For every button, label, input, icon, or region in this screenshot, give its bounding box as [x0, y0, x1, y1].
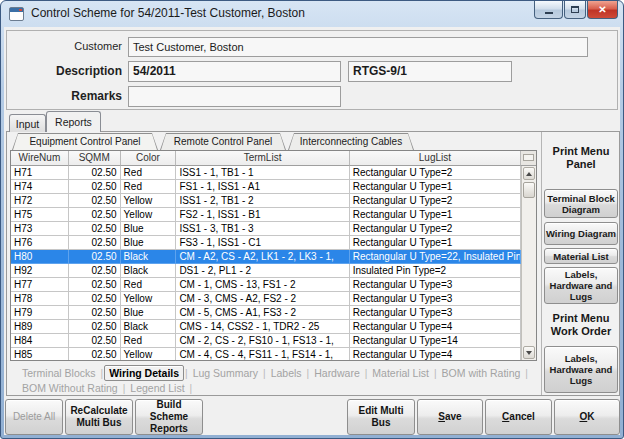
table-row[interactable]: H7702.50RedCM - 1, CMS - 13, FS1 - 2Rect…: [11, 278, 521, 292]
cell-sqmm: 02.50: [69, 194, 121, 208]
title-bar[interactable]: Control Scheme for 54/2011-Test Customer…: [1, 1, 623, 27]
remarks-field[interactable]: [128, 86, 341, 107]
cell-luglist: Rectangular U Type=22, Insulated Pin: [350, 250, 521, 264]
wire-grid-header: WireNum SQMM Color TermList LugList: [11, 151, 536, 166]
tab-divider: |: [433, 368, 438, 379]
cell-termlist: CM - 2, CS - 2, FS10 - 1, FS13 - 1,: [176, 334, 349, 348]
tab-divider: |: [262, 368, 267, 379]
scroll-down-button[interactable]: [523, 346, 535, 359]
section-tab-hardware[interactable]: Hardware: [310, 366, 364, 380]
description-label: Description: [17, 64, 122, 78]
table-row[interactable]: H7302.50BlueISS1 - 3, TB1 - 3Rectangular…: [11, 222, 521, 236]
table-row[interactable]: H8902.50BlackCMS - 14, CSS2 - 1, TDR2 - …: [11, 320, 521, 334]
cell-luglist: Rectangular U Type=3: [350, 306, 521, 320]
column-header-termlist[interactable]: TermList: [176, 151, 349, 166]
close-icon: ✕: [598, 5, 606, 15]
table-row[interactable]: H7102.50RedISS1 - 1, TB1 - 1Rectangular …: [11, 166, 521, 180]
cell-wirenum: H76: [11, 236, 69, 250]
table-row[interactable]: H7202.50YellowISS1 - 2, TB1 - 2Rectangul…: [11, 194, 521, 208]
cell-wirenum: H77: [11, 278, 69, 292]
work-order-labels-hardware-lugs-button[interactable]: Labels, Hardware and Lugs: [544, 346, 618, 393]
cell-color: Blue: [121, 236, 177, 250]
section-tab-material-list[interactable]: Material List: [368, 366, 433, 380]
grid-corner: [521, 151, 536, 166]
build-scheme-reports-button[interactable]: Build Scheme Reports: [135, 399, 203, 435]
cell-luglist: Rectangular U Type=1: [350, 236, 521, 250]
app-form-icon: [9, 7, 24, 21]
column-header-color[interactable]: Color: [121, 151, 177, 166]
section-tab-labels[interactable]: Labels: [267, 366, 306, 380]
scroll-up-button[interactable]: [523, 167, 535, 180]
column-header-sqmm[interactable]: SQMM: [69, 151, 121, 166]
vertical-scrollbar[interactable]: [521, 166, 536, 360]
section-tab-terminal-blocks[interactable]: Terminal Blocks: [18, 366, 100, 380]
material-list-button[interactable]: Material List: [544, 248, 618, 264]
cell-sqmm: 02.50: [69, 236, 121, 250]
cell-color: Red: [121, 278, 177, 292]
cell-termlist: CM - 5, CMS - A1, FS3 - 2: [176, 306, 349, 320]
cell-color: Blue: [121, 306, 177, 320]
table-row[interactable]: H7802.50YellowCM - 3, CMS - A2, FS2 - 2R…: [11, 292, 521, 306]
description-field-2[interactable]: RTGS-9/1: [348, 61, 512, 82]
tab-equipment-control-panel[interactable]: Equipment Control Panel: [12, 133, 158, 150]
column-header-wirenum[interactable]: WireNum: [11, 151, 69, 166]
cell-termlist: CMS - 14, CSS2 - 1, TDR2 - 25: [176, 320, 349, 334]
cell-color: Yellow: [121, 194, 177, 208]
cell-color: Blue: [121, 222, 177, 236]
tab-reports[interactable]: Reports: [46, 111, 101, 132]
cell-sqmm: 02.50: [69, 292, 121, 306]
description-field-1[interactable]: 54/2011: [128, 61, 341, 82]
tab-input[interactable]: Input: [9, 114, 46, 132]
cell-sqmm: 02.50: [69, 208, 121, 222]
cell-color: Yellow: [121, 348, 177, 361]
labels-hardware-lugs-button[interactable]: Labels, Hardware and Lugs: [544, 267, 618, 304]
section-tab-legend-list[interactable]: Legend List: [126, 381, 188, 395]
table-row[interactable]: H7602.50BlueFS3 - 1, ISS1 - C1Rectangula…: [11, 236, 521, 250]
cell-wirenum: H89: [11, 320, 69, 334]
save-button[interactable]: Save: [417, 399, 483, 435]
table-row[interactable]: H8002.50BlackCM - A2, CS - A2, LK1 - 2, …: [11, 250, 521, 264]
terminal-block-diagram-button[interactable]: Terminal Block Diagram: [544, 189, 618, 218]
customer-field[interactable]: Test Customer, Boston: [128, 37, 588, 57]
table-row[interactable]: H7502.50YellowFS2 - 1, ISS1 - B1Rectangu…: [11, 208, 521, 222]
header-fields-panel: Customer Test Customer, Boston Descripti…: [6, 30, 618, 110]
cell-luglist: Rectangular U Type=3: [350, 292, 521, 306]
recalculate-multi-bus-button[interactable]: ReCalculate Multi Bus: [65, 399, 133, 435]
wiring-diagram-button[interactable]: Wiring Diagram: [544, 222, 618, 245]
cell-color: Black: [121, 250, 177, 264]
cell-wirenum: H78: [11, 292, 69, 306]
minimize-icon: [545, 12, 553, 14]
edit-multi-bus-button[interactable]: Edit Multi Bus: [347, 399, 415, 435]
ok-button[interactable]: OK: [554, 399, 620, 435]
table-row[interactable]: H7902.50BlueCM - 5, CMS - A1, FS3 - 2Rec…: [11, 306, 521, 320]
cell-luglist: Rectangular U Type=2: [350, 222, 521, 236]
cell-wirenum: H79: [11, 306, 69, 320]
scrollbar-thumb[interactable]: [523, 182, 535, 198]
tab-divider: |: [524, 368, 529, 379]
table-row[interactable]: H8402.50RedCM - 2, CS - 2, FS10 - 1, FS1…: [11, 334, 521, 348]
tab-interconnecting-cables[interactable]: Interconnecting Cables: [288, 133, 414, 150]
delete-all-button[interactable]: Delete All: [5, 399, 63, 435]
cancel-button[interactable]: Cancel: [485, 399, 552, 435]
section-tab-bom-without-rating[interactable]: BOM Without Rating: [18, 381, 122, 395]
table-row[interactable]: H9202.50BlackDS1 - 2, PL1 - 2Insulated P…: [11, 264, 521, 278]
cell-sqmm: 02.50: [69, 334, 121, 348]
section-tab-bom-with-rating[interactable]: BOM with Rating: [438, 366, 525, 380]
cell-sqmm: 02.50: [69, 320, 121, 334]
section-tab-lug-summary[interactable]: Lug Summary: [189, 366, 262, 380]
maximize-button[interactable]: [564, 1, 586, 19]
cell-sqmm: 02.50: [69, 264, 121, 278]
cell-wirenum: H71: [11, 166, 69, 180]
cell-termlist: FS2 - 1, ISS1 - B1: [176, 208, 349, 222]
close-button[interactable]: ✕: [587, 1, 618, 19]
table-row[interactable]: H8502.50YellowCM - 4, CS - 4, FS11 - 1, …: [11, 348, 521, 361]
table-row[interactable]: H7402.50RedFS1 - 1, ISS1 - A1Rectangular…: [11, 180, 521, 194]
cell-sqmm: 02.50: [69, 348, 121, 361]
tab-remote-control-panel[interactable]: Remote Control Panel: [160, 133, 286, 150]
cell-wirenum: H92: [11, 264, 69, 278]
cell-termlist: ISS1 - 2, TB1 - 2: [176, 194, 349, 208]
column-header-luglist[interactable]: LugList: [350, 151, 521, 166]
minimize-button[interactable]: [534, 1, 563, 19]
arrow-up-icon: [526, 172, 532, 176]
print-menu-panel: Print Menu Panel Terminal Block Diagram …: [541, 132, 620, 395]
